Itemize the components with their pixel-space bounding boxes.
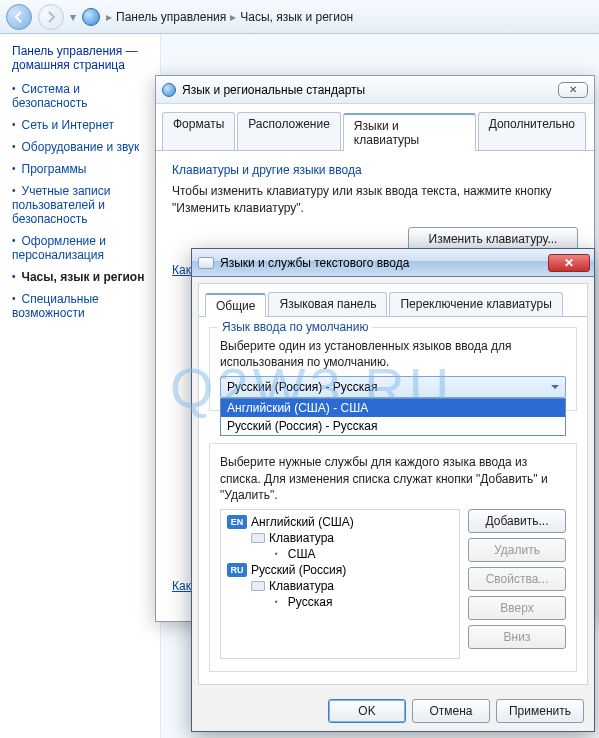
dropdown-option[interactable]: Русский (Россия) - Русская [221,417,565,435]
tab-general[interactable]: Общие [205,293,266,317]
groupbox-description: Выберите один из установленных языков вв… [220,338,566,370]
tree-lang-en[interactable]: EN Английский (США) [223,514,457,530]
tree-layout-node[interactable]: США [223,546,457,562]
nav-back-button[interactable] [6,4,32,30]
dialog-titlebar: Язык и региональные стандарты ✕ [156,76,594,104]
groupbox-description: Выберите нужные службы для каждого языка… [220,454,566,503]
tree-label: Клавиатура [269,531,334,545]
keyboard-mini-icon [251,581,265,591]
move-up-button[interactable]: Вверх [468,596,566,620]
tab-language-bar[interactable]: Языковая панель [268,292,387,316]
help-link[interactable]: Как [172,579,191,593]
keyboard-icon [198,257,214,269]
tree-label: Русский (Россия) [251,563,346,577]
sidebar-item-current[interactable]: Часы, язык и регион [12,270,154,284]
tree-label: США [288,547,316,561]
breadcrumb-item[interactable]: Панель управления [116,10,226,24]
control-panel-sidebar: Панель управления — домашняя страница Си… [0,34,160,738]
tabstrip: Общие Языковая панель Переключение клави… [199,284,587,317]
default-language-group: Язык ввода по умолчанию Выберите один из… [209,327,577,411]
dialog-titlebar[interactable]: Языки и службы текстового ввода ✕ [192,249,594,277]
tree-label: Русская [288,595,333,609]
breadcrumb[interactable]: ▸ Панель управления ▸ Часы, язык и регио… [106,10,353,24]
properties-button[interactable]: Свойства... [468,567,566,591]
installed-services-group: Установленные службы Выберите нужные слу… [209,443,577,672]
control-panel-icon [82,8,100,26]
ok-button[interactable]: OK [328,699,406,723]
tree-lang-ru[interactable]: RU Русский (Россия) [223,562,457,578]
tabstrip: Форматы Расположение Языки и клавиатуры … [156,104,594,151]
delete-button[interactable]: Удалить [468,538,566,562]
lang-badge-ru: RU [227,563,247,577]
tab-location[interactable]: Расположение [237,112,341,150]
globe-icon [162,83,176,97]
move-down-button[interactable]: Вниз [468,625,566,649]
sidebar-item[interactable]: Сеть и Интернет [12,118,154,132]
add-button[interactable]: Добавить... [468,509,566,533]
tree-label: Клавиатура [269,579,334,593]
tree-keyboard-node[interactable]: Клавиатура [223,530,457,546]
default-language-select[interactable]: Русский (Россия) - Русская Английский (С… [220,376,566,398]
dropdown-option[interactable]: Английский (США) - США [221,399,565,417]
breadcrumb-item[interactable]: Часы, язык и регион [240,10,353,24]
dialog-title: Языки и службы текстового ввода [220,256,409,270]
group-description: Чтобы изменить клавиатуру или язык ввода… [172,183,578,217]
tab-switch-keyboard[interactable]: Переключение клавиатуры [389,292,562,316]
cancel-button[interactable]: Отмена [412,699,490,723]
dialog-title: Язык и региональные стандарты [182,83,365,97]
change-keyboard-button[interactable]: Изменить клавиатуру... [408,227,578,251]
lang-badge-en: EN [227,515,247,529]
keyboard-mini-icon [251,533,265,543]
service-buttons: Добавить... Удалить Свойства... Вверх Вн… [468,509,566,659]
sidebar-item[interactable]: Оформление и персонализация [12,234,154,262]
group-title: Клавиатуры и другие языки ввода [172,163,578,177]
sidebar-heading[interactable]: Панель управления — домашняя страница [12,44,154,72]
dialog-button-row: OK Отмена Применить [192,691,594,731]
tree-label: Английский (США) [251,515,354,529]
tree-layout-node[interactable]: Русская [223,594,457,610]
tree-keyboard-node[interactable]: Клавиатура [223,578,457,594]
explorer-toolbar: ▾ ▸ Панель управления ▸ Часы, язык и рег… [0,0,599,34]
dropdown-list: Английский (США) - США Русский (Россия) … [220,398,566,436]
recent-chevron-icon[interactable]: ▾ [70,10,76,24]
tab-advanced[interactable]: Дополнительно [478,112,586,150]
text-services-dialog: Языки и службы текстового ввода ✕ Общие … [191,248,595,732]
nav-forward-button[interactable] [38,4,64,30]
sidebar-item[interactable]: Специальные возможности [12,292,154,320]
apply-button[interactable]: Применить [496,699,584,723]
tab-keyboards[interactable]: Языки и клавиатуры [343,113,476,151]
services-tree[interactable]: EN Английский (США) Клавиатура США RU Ру… [220,509,460,659]
sidebar-item[interactable]: Система и безопасность [12,82,154,110]
close-button[interactable]: ✕ [548,254,590,272]
sidebar-item[interactable]: Программы [12,162,154,176]
close-button[interactable]: ✕ [558,82,588,98]
select-display[interactable]: Русский (Россия) - Русская [220,376,566,398]
groupbox-title: Язык ввода по умолчанию [218,320,372,334]
tab-formats[interactable]: Форматы [162,112,235,150]
sidebar-item[interactable]: Учетные записи пользователей и безопасно… [12,184,154,226]
sidebar-item[interactable]: Оборудование и звук [12,140,154,154]
